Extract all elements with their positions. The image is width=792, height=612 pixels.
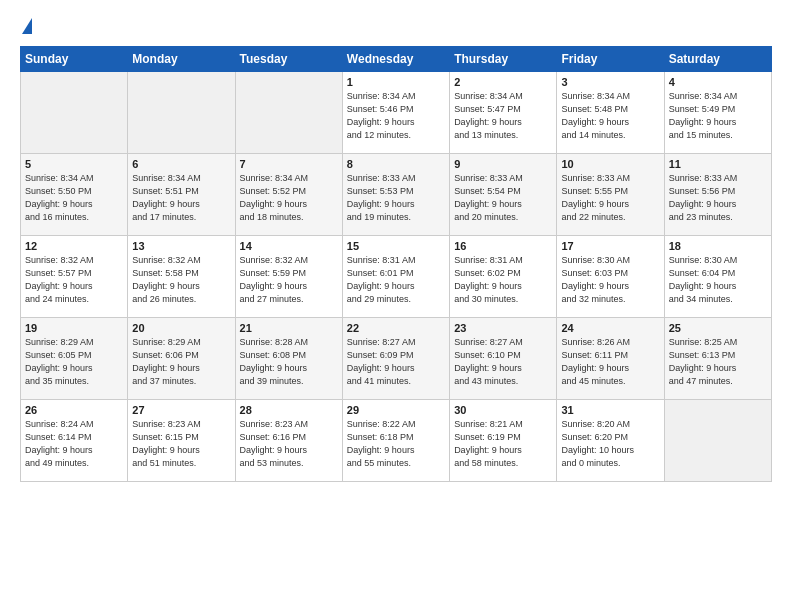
day-info: Sunrise: 8:33 AM Sunset: 5:53 PM Dayligh… (347, 172, 445, 224)
day-number: 28 (240, 404, 338, 416)
calendar-cell: 15Sunrise: 8:31 AM Sunset: 6:01 PM Dayli… (342, 236, 449, 318)
day-number: 7 (240, 158, 338, 170)
day-info: Sunrise: 8:34 AM Sunset: 5:50 PM Dayligh… (25, 172, 123, 224)
calendar-cell: 7Sunrise: 8:34 AM Sunset: 5:52 PM Daylig… (235, 154, 342, 236)
day-number: 20 (132, 322, 230, 334)
calendar-cell: 31Sunrise: 8:20 AM Sunset: 6:20 PM Dayli… (557, 400, 664, 482)
week-row-3: 12Sunrise: 8:32 AM Sunset: 5:57 PM Dayli… (21, 236, 772, 318)
calendar-cell (664, 400, 771, 482)
day-number: 9 (454, 158, 552, 170)
calendar-cell: 24Sunrise: 8:26 AM Sunset: 6:11 PM Dayli… (557, 318, 664, 400)
day-number: 1 (347, 76, 445, 88)
page: SundayMondayTuesdayWednesdayThursdayFrid… (0, 0, 792, 612)
day-info: Sunrise: 8:24 AM Sunset: 6:14 PM Dayligh… (25, 418, 123, 470)
calendar-cell: 11Sunrise: 8:33 AM Sunset: 5:56 PM Dayli… (664, 154, 771, 236)
day-info: Sunrise: 8:23 AM Sunset: 6:15 PM Dayligh… (132, 418, 230, 470)
day-info: Sunrise: 8:31 AM Sunset: 6:02 PM Dayligh… (454, 254, 552, 306)
week-row-2: 5Sunrise: 8:34 AM Sunset: 5:50 PM Daylig… (21, 154, 772, 236)
day-number: 8 (347, 158, 445, 170)
weekday-header-saturday: Saturday (664, 47, 771, 72)
weekday-header-sunday: Sunday (21, 47, 128, 72)
calendar-cell: 25Sunrise: 8:25 AM Sunset: 6:13 PM Dayli… (664, 318, 771, 400)
calendar-cell: 23Sunrise: 8:27 AM Sunset: 6:10 PM Dayli… (450, 318, 557, 400)
day-number: 13 (132, 240, 230, 252)
day-info: Sunrise: 8:34 AM Sunset: 5:46 PM Dayligh… (347, 90, 445, 142)
calendar-cell: 12Sunrise: 8:32 AM Sunset: 5:57 PM Dayli… (21, 236, 128, 318)
calendar-cell: 30Sunrise: 8:21 AM Sunset: 6:19 PM Dayli… (450, 400, 557, 482)
calendar-cell: 22Sunrise: 8:27 AM Sunset: 6:09 PM Dayli… (342, 318, 449, 400)
day-info: Sunrise: 8:33 AM Sunset: 5:54 PM Dayligh… (454, 172, 552, 224)
day-number: 22 (347, 322, 445, 334)
day-number: 4 (669, 76, 767, 88)
day-info: Sunrise: 8:32 AM Sunset: 5:58 PM Dayligh… (132, 254, 230, 306)
calendar-cell: 20Sunrise: 8:29 AM Sunset: 6:06 PM Dayli… (128, 318, 235, 400)
day-number: 11 (669, 158, 767, 170)
day-number: 15 (347, 240, 445, 252)
day-number: 3 (561, 76, 659, 88)
calendar-cell: 3Sunrise: 8:34 AM Sunset: 5:48 PM Daylig… (557, 72, 664, 154)
day-info: Sunrise: 8:27 AM Sunset: 6:09 PM Dayligh… (347, 336, 445, 388)
day-info: Sunrise: 8:25 AM Sunset: 6:13 PM Dayligh… (669, 336, 767, 388)
day-info: Sunrise: 8:27 AM Sunset: 6:10 PM Dayligh… (454, 336, 552, 388)
day-info: Sunrise: 8:26 AM Sunset: 6:11 PM Dayligh… (561, 336, 659, 388)
calendar-cell: 1Sunrise: 8:34 AM Sunset: 5:46 PM Daylig… (342, 72, 449, 154)
week-row-5: 26Sunrise: 8:24 AM Sunset: 6:14 PM Dayli… (21, 400, 772, 482)
day-number: 14 (240, 240, 338, 252)
weekday-header-friday: Friday (557, 47, 664, 72)
day-number: 5 (25, 158, 123, 170)
day-number: 19 (25, 322, 123, 334)
week-row-4: 19Sunrise: 8:29 AM Sunset: 6:05 PM Dayli… (21, 318, 772, 400)
day-info: Sunrise: 8:28 AM Sunset: 6:08 PM Dayligh… (240, 336, 338, 388)
header (20, 18, 772, 36)
day-info: Sunrise: 8:33 AM Sunset: 5:55 PM Dayligh… (561, 172, 659, 224)
weekday-header-row: SundayMondayTuesdayWednesdayThursdayFrid… (21, 47, 772, 72)
calendar-cell: 21Sunrise: 8:28 AM Sunset: 6:08 PM Dayli… (235, 318, 342, 400)
calendar-cell (21, 72, 128, 154)
day-info: Sunrise: 8:30 AM Sunset: 6:04 PM Dayligh… (669, 254, 767, 306)
calendar-cell: 28Sunrise: 8:23 AM Sunset: 6:16 PM Dayli… (235, 400, 342, 482)
day-number: 17 (561, 240, 659, 252)
calendar-cell: 18Sunrise: 8:30 AM Sunset: 6:04 PM Dayli… (664, 236, 771, 318)
calendar-cell: 4Sunrise: 8:34 AM Sunset: 5:49 PM Daylig… (664, 72, 771, 154)
day-info: Sunrise: 8:31 AM Sunset: 6:01 PM Dayligh… (347, 254, 445, 306)
day-number: 25 (669, 322, 767, 334)
weekday-header-tuesday: Tuesday (235, 47, 342, 72)
day-info: Sunrise: 8:21 AM Sunset: 6:19 PM Dayligh… (454, 418, 552, 470)
logo (20, 18, 32, 36)
calendar-cell: 27Sunrise: 8:23 AM Sunset: 6:15 PM Dayli… (128, 400, 235, 482)
day-number: 2 (454, 76, 552, 88)
day-number: 30 (454, 404, 552, 416)
day-number: 23 (454, 322, 552, 334)
day-number: 27 (132, 404, 230, 416)
calendar-cell: 13Sunrise: 8:32 AM Sunset: 5:58 PM Dayli… (128, 236, 235, 318)
logo-icon (22, 18, 32, 34)
day-info: Sunrise: 8:22 AM Sunset: 6:18 PM Dayligh… (347, 418, 445, 470)
calendar-cell: 16Sunrise: 8:31 AM Sunset: 6:02 PM Dayli… (450, 236, 557, 318)
calendar-cell: 5Sunrise: 8:34 AM Sunset: 5:50 PM Daylig… (21, 154, 128, 236)
day-number: 18 (669, 240, 767, 252)
day-info: Sunrise: 8:30 AM Sunset: 6:03 PM Dayligh… (561, 254, 659, 306)
day-info: Sunrise: 8:34 AM Sunset: 5:52 PM Dayligh… (240, 172, 338, 224)
calendar: SundayMondayTuesdayWednesdayThursdayFrid… (20, 46, 772, 482)
day-number: 6 (132, 158, 230, 170)
day-info: Sunrise: 8:34 AM Sunset: 5:51 PM Dayligh… (132, 172, 230, 224)
day-info: Sunrise: 8:29 AM Sunset: 6:05 PM Dayligh… (25, 336, 123, 388)
day-number: 29 (347, 404, 445, 416)
day-info: Sunrise: 8:20 AM Sunset: 6:20 PM Dayligh… (561, 418, 659, 470)
day-info: Sunrise: 8:33 AM Sunset: 5:56 PM Dayligh… (669, 172, 767, 224)
calendar-cell: 26Sunrise: 8:24 AM Sunset: 6:14 PM Dayli… (21, 400, 128, 482)
calendar-cell: 17Sunrise: 8:30 AM Sunset: 6:03 PM Dayli… (557, 236, 664, 318)
day-info: Sunrise: 8:34 AM Sunset: 5:47 PM Dayligh… (454, 90, 552, 142)
week-row-1: 1Sunrise: 8:34 AM Sunset: 5:46 PM Daylig… (21, 72, 772, 154)
day-number: 26 (25, 404, 123, 416)
calendar-cell: 8Sunrise: 8:33 AM Sunset: 5:53 PM Daylig… (342, 154, 449, 236)
calendar-cell: 19Sunrise: 8:29 AM Sunset: 6:05 PM Dayli… (21, 318, 128, 400)
day-number: 16 (454, 240, 552, 252)
logo-text (20, 18, 32, 36)
calendar-cell: 10Sunrise: 8:33 AM Sunset: 5:55 PM Dayli… (557, 154, 664, 236)
day-number: 24 (561, 322, 659, 334)
day-info: Sunrise: 8:23 AM Sunset: 6:16 PM Dayligh… (240, 418, 338, 470)
weekday-header-monday: Monday (128, 47, 235, 72)
weekday-header-wednesday: Wednesday (342, 47, 449, 72)
calendar-cell: 29Sunrise: 8:22 AM Sunset: 6:18 PM Dayli… (342, 400, 449, 482)
